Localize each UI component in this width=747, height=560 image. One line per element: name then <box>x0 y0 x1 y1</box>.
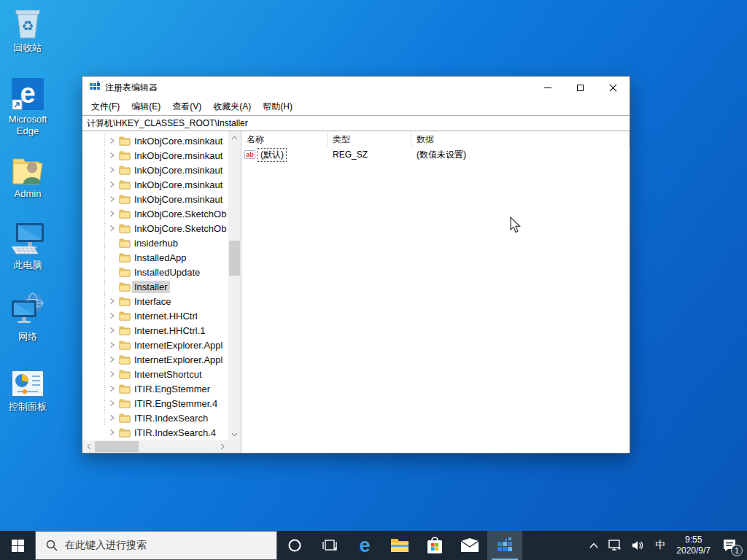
tree-item[interactable]: InkObjCore.msinkaut <box>82 192 228 206</box>
tree-item[interactable]: InkObjCore.msinkaut <box>82 148 228 163</box>
tree-item-label: InternetShortcut <box>132 368 204 381</box>
maximize-button[interactable] <box>564 77 597 98</box>
folder-icon <box>119 179 132 190</box>
chevron-right-icon[interactable] <box>109 400 119 407</box>
scroll-left-icon[interactable] <box>82 440 95 453</box>
chevron-right-icon[interactable] <box>109 210 119 217</box>
tree-item[interactable]: InternetExplorer.Appl <box>82 352 228 367</box>
horizontal-scroll-thumb[interactable] <box>95 441 139 452</box>
tree-item[interactable]: Internet.HHCtrl <box>82 308 228 323</box>
action-center-button[interactable]: 1 <box>716 531 747 560</box>
tree-item[interactable]: ITIR.IndexSearch <box>82 411 228 425</box>
edge-taskbar-button[interactable]: e <box>347 531 382 560</box>
tree-item[interactable]: InkObjCore.msinkaut <box>82 177 228 192</box>
chevron-right-icon[interactable] <box>109 137 119 144</box>
search-input[interactable]: 在此键入进行搜索 <box>35 531 277 560</box>
menu-favorites[interactable]: 收藏夹(A) <box>207 98 257 115</box>
chevron-right-icon[interactable] <box>109 195 119 203</box>
network-globe-icon <box>0 290 55 328</box>
column-header-data[interactable]: 数据 <box>411 131 630 147</box>
tree-item[interactable]: InkObjCore.SketchOb <box>82 221 228 236</box>
tree-item[interactable]: ITIR.EngStemmer.4 <box>82 396 228 411</box>
registry-cubes-icon <box>89 80 101 95</box>
chevron-right-icon[interactable] <box>109 414 119 421</box>
folder-icon <box>119 267 132 277</box>
tree-item[interactable]: InkObjCore.msinkaut <box>82 133 228 148</box>
tree-item[interactable]: Internet.HHCtrl.1 <box>82 323 228 338</box>
folder-icon <box>119 325 132 335</box>
menu-file[interactable]: 文件(F) <box>85 98 125 115</box>
chevron-right-icon[interactable] <box>109 429 119 436</box>
mail-button[interactable] <box>452 531 487 560</box>
tree-item[interactable]: ITIR.IndexSearch.4 <box>82 425 228 440</box>
chevron-right-icon[interactable] <box>109 166 119 174</box>
tree-item[interactable]: insiderhub <box>82 236 228 250</box>
chevron-right-icon[interactable] <box>109 181 119 188</box>
tray-network-button[interactable] <box>603 531 627 560</box>
tree-item[interactable]: InstalledUpdate <box>82 265 228 279</box>
tree-item-label: ITIR.EngStemmer <box>132 383 212 395</box>
titlebar[interactable]: 注册表编辑器 <box>82 77 630 98</box>
vertical-scroll-thumb[interactable] <box>229 241 240 276</box>
menu-view[interactable]: 查看(V) <box>166 98 207 115</box>
tray-chevron-button[interactable] <box>584 531 603 560</box>
desktop-icon-recycle-bin[interactable]: ♻ 回收站 <box>0 6 55 54</box>
menu-bar: 文件(F) 编辑(E) 查看(V) 收藏夹(A) 帮助(H) <box>82 98 630 115</box>
chevron-right-icon[interactable] <box>109 327 119 334</box>
tree-item-label: Installer <box>132 281 170 293</box>
desktop-icon-this-pc[interactable]: 此电脑 <box>0 219 55 271</box>
clock[interactable]: 9:55 2020/9/7 <box>670 534 716 556</box>
tree-item-label: InkObjCore.msinkaut <box>132 135 225 147</box>
tree-item[interactable]: InkObjCore.SketchOb <box>82 206 228 221</box>
minimize-button[interactable] <box>531 77 564 98</box>
task-view-button[interactable] <box>312 531 347 560</box>
address-bar[interactable]: 计算机\HKEY_CLASSES_ROOT\Installer <box>82 115 630 131</box>
scroll-down-icon[interactable] <box>228 428 241 440</box>
cortana-button[interactable] <box>277 531 312 560</box>
tree-item[interactable]: InternetShortcut <box>82 367 228 381</box>
menu-edit[interactable]: 编辑(E) <box>125 98 166 115</box>
tree-item[interactable]: ITIR.EngStemmer <box>82 381 228 396</box>
regedit-taskbar-button[interactable] <box>487 531 522 560</box>
tree-horizontal-scrollbar[interactable] <box>82 440 228 453</box>
folder-icon <box>119 369 132 379</box>
tree-item[interactable]: InkObjCore.msinkaut <box>82 163 228 177</box>
column-header-name[interactable]: 名称 <box>241 131 328 147</box>
folder-icon <box>119 413 132 423</box>
chevron-right-icon[interactable] <box>109 152 119 159</box>
ime-indicator[interactable]: 中 <box>650 531 670 560</box>
start-button[interactable] <box>0 531 35 560</box>
desktop-icon-edge[interactable]: e Microsoft Edge <box>0 77 55 137</box>
file-explorer-button[interactable] <box>382 531 417 560</box>
store-button[interactable] <box>417 531 452 560</box>
desktop-icon-admin[interactable]: Admin <box>0 155 55 200</box>
close-button[interactable] <box>597 77 630 98</box>
desktop-icon-control-panel[interactable]: 控制面板 <box>0 369 55 413</box>
user-folder-icon <box>0 155 55 185</box>
tree-item[interactable]: InstalledApp <box>82 250 228 265</box>
chevron-right-icon[interactable] <box>109 225 119 232</box>
folder-icon <box>119 311 132 321</box>
chevron-right-icon[interactable] <box>109 341 119 349</box>
scroll-up-icon[interactable] <box>228 131 241 144</box>
desktop-icon-network[interactable]: 网络 <box>0 290 55 343</box>
value-name[interactable]: (默认) <box>258 148 287 162</box>
tree-item[interactable]: Installer <box>82 279 228 294</box>
tree-item[interactable]: Interface <box>82 294 228 308</box>
tree-pane: InkObjCore.msinkaut InkObjCore.msinkaut … <box>82 131 241 453</box>
value-row[interactable]: ab (默认) REG_SZ (数值未设置) <box>241 147 630 162</box>
menu-help[interactable]: 帮助(H) <box>257 98 298 115</box>
tree-vertical-scrollbar[interactable] <box>228 131 241 440</box>
folder-icon <box>119 223 132 233</box>
chevron-right-icon[interactable] <box>109 298 119 305</box>
folder-icon <box>119 209 132 219</box>
chevron-right-icon[interactable] <box>109 370 119 378</box>
scroll-right-icon[interactable] <box>216 440 228 453</box>
tree-item[interactable]: InternetExplorer.Appl <box>82 338 228 352</box>
tree-item-label: insiderhub <box>132 237 180 249</box>
chevron-right-icon[interactable] <box>109 356 119 363</box>
chevron-right-icon[interactable] <box>109 385 119 392</box>
column-header-type[interactable]: 类型 <box>328 131 411 147</box>
chevron-right-icon[interactable] <box>109 312 119 319</box>
tray-volume-button[interactable] <box>627 531 650 560</box>
